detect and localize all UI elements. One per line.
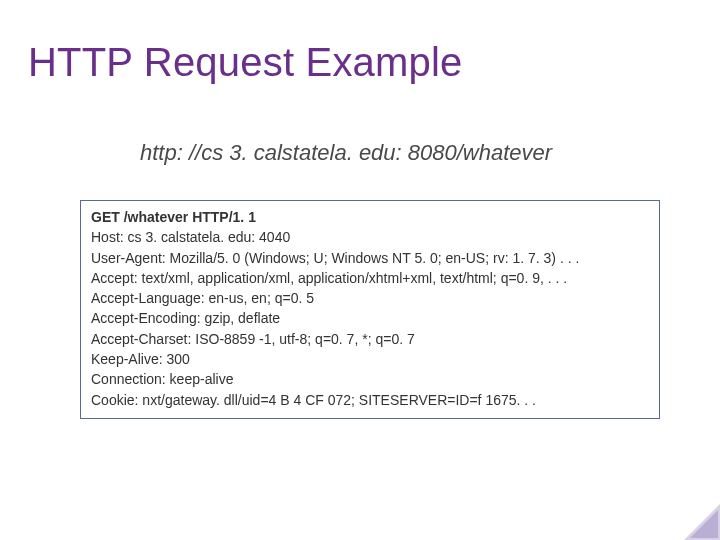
header-line: Keep-Alive: 300 [91,349,649,369]
header-line: User-Agent: Mozilla/5. 0 (Windows; U; Wi… [91,248,649,268]
header-line: Accept-Encoding: gzip, deflate [91,308,649,328]
example-url: http: //cs 3. calstatela. edu: 8080/what… [140,140,552,166]
header-line: Accept: text/xml, application/xml, appli… [91,268,649,288]
header-line: Accept-Charset: ISO-8859 -1, utf-8; q=0.… [91,329,649,349]
header-line: Cookie: nxt/gateway. dll/uid=4 B 4 CF 07… [91,390,649,410]
header-line: Accept-Language: en-us, en; q=0. 5 [91,288,649,308]
http-request-box: GET /whatever HTTP/1. 1 Host: cs 3. cals… [80,200,660,419]
request-first-line: GET /whatever HTTP/1. 1 [91,207,649,227]
header-line: Host: cs 3. calstatela. edu: 4040 [91,227,649,247]
slide: HTTP Request Example http: //cs 3. calst… [0,0,720,540]
page-fold-icon [684,504,720,540]
header-line: Connection: keep-alive [91,369,649,389]
slide-title: HTTP Request Example [28,40,463,85]
